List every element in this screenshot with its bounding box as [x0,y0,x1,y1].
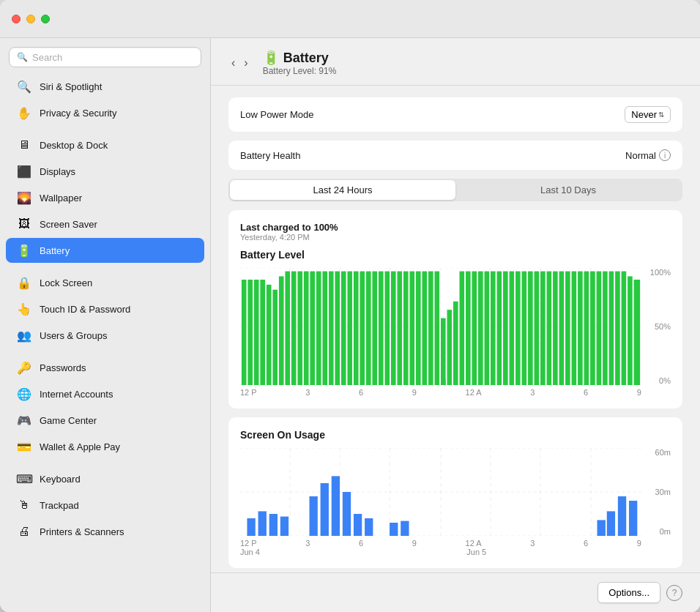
sidebar-item-label: Passwords [40,362,86,373]
svg-rect-22 [316,272,321,385]
sidebar-item-label: Trackpad [40,500,79,511]
main-scroll[interactable]: Low Power Mode Never ⇅ Battery Health No… [211,86,700,572]
nav-back-button[interactable]: ‹ [228,55,238,71]
maximize-button[interactable] [41,15,50,23]
time-range-segment[interactable]: Last 24 Hours Last 10 Days [228,179,682,201]
battery-health-value-group: Normal i [625,149,671,161]
svg-rect-11 [247,280,253,385]
sidebar-item-keyboard[interactable]: ⌨ Keyboard [6,466,204,491]
svg-rect-90 [321,483,329,536]
svg-rect-40 [428,272,433,385]
svg-rect-47 [472,272,477,385]
main-content: ‹ › 🔋 Battery Battery Level: 91% [211,38,700,612]
svg-rect-46 [466,272,471,385]
svg-rect-30 [366,272,371,385]
svg-rect-63 [572,272,577,385]
header-subtitle: Battery Level: 91% [263,66,337,76]
main-window: 🔍 Search 🔍 Siri & Spotlight ✋ Privacy & … [0,0,700,612]
search-box[interactable]: 🔍 Search [9,47,201,67]
sidebar-item-desktop-dock[interactable]: 🖥 Desktop & Dock [6,133,204,157]
lock-screen-icon: 🔒 [16,275,32,291]
battery-level-title: Battery Level [240,249,671,261]
search-icon: 🔍 [17,52,28,62]
sidebar-item-battery[interactable]: 🔋 Battery [6,238,204,263]
minimize-button[interactable] [26,15,35,23]
svg-rect-67 [597,272,602,385]
sidebar-item-label: Lock Screen [40,277,92,288]
battery-health-row: Battery Health Normal i [228,141,682,170]
sidebar-item-label: Game Center [40,415,97,426]
svg-rect-69 [609,272,614,385]
svg-rect-96 [401,521,409,536]
low-power-mode-select[interactable]: Never ⇅ [625,106,671,123]
svg-rect-100 [629,501,637,536]
sidebar-item-printers-scanners[interactable]: 🖨 Printers & Scanners [6,519,204,544]
svg-rect-12 [254,280,259,385]
segment-24h[interactable]: Last 24 Hours [230,180,455,200]
sidebar-item-users-groups[interactable]: 👥 Users & Groups [6,323,204,348]
chevron-updown-icon: ⇅ [658,111,664,119]
battery-health-label: Battery Health [240,150,300,161]
svg-rect-19 [297,272,302,385]
svg-rect-10 [242,280,247,385]
svg-rect-17 [285,272,290,385]
sidebar-item-displays[interactable]: ⬛ Displays [6,159,204,184]
svg-rect-55 [522,272,527,385]
nav-forward-button[interactable]: › [241,55,250,71]
game-center-icon: 🎮 [16,412,32,428]
sidebar-item-label: Screen Saver [40,219,97,230]
sidebar-item-label: Battery [40,245,70,256]
sidebar-item-trackpad[interactable]: 🖱 Trackpad [6,493,204,518]
close-button[interactable] [12,15,21,23]
sidebar-item-touch-id[interactable]: 👆 Touch ID & Password [6,296,204,321]
screen-x-labels: 12 P 3 6 9 12 A 3 6 9 [240,539,671,548]
sidebar-item-internet-accounts[interactable]: 🌐 Internet Accounts [6,381,204,406]
sidebar-item-privacy-security[interactable]: ✋ Privacy & Security [6,100,204,125]
svg-rect-52 [503,272,508,385]
traffic-lights [12,15,50,23]
svg-rect-93 [354,514,362,536]
screen-chart-container [240,448,671,536]
svg-rect-72 [628,276,633,385]
displays-icon: ⬛ [16,163,32,179]
battery-y-labels: 100% 50% 0% [645,268,671,385]
sidebar-item-label: Touch ID & Password [40,304,130,315]
svg-rect-35 [397,272,402,385]
svg-rect-86 [258,511,267,536]
sidebar: 🔍 Search 🔍 Siri & Spotlight ✋ Privacy & … [0,38,211,612]
svg-rect-13 [260,280,265,385]
title-bar [0,0,700,38]
svg-rect-15 [272,290,278,385]
svg-rect-70 [615,272,620,385]
svg-rect-62 [565,272,570,385]
segment-10d[interactable]: Last 10 Days [455,180,681,200]
bottom-bar: Options... ? [211,572,700,612]
screen-chart-area: 60m 30m 0m 12 P 3 6 9 12 A 3 6 9 [240,448,671,556]
svg-rect-32 [379,272,384,385]
sidebar-item-lock-screen[interactable]: 🔒 Lock Screen [6,270,204,295]
low-power-mode-row: Low Power Mode Never ⇅ [228,97,682,132]
svg-rect-60 [553,272,558,385]
sidebar-item-passwords[interactable]: 🔑 Passwords [6,355,204,380]
svg-rect-41 [434,272,439,385]
sidebar-item-label: Keyboard [40,474,81,485]
sidebar-item-wallpaper[interactable]: 🌄 Wallpaper [6,185,204,210]
nav-buttons: ‹ › [228,55,251,71]
sidebar-item-label: Users & Groups [40,330,107,341]
help-button[interactable]: ? [666,585,682,601]
sidebar-item-game-center[interactable]: 🎮 Game Center [6,408,204,433]
sidebar-item-wallet-pay[interactable]: 💳 Wallet & Apple Pay [6,434,204,459]
svg-rect-38 [416,272,421,385]
sidebar-item-screen-saver[interactable]: 🖼 Screen Saver [6,212,204,236]
screen-saver-icon: 🖼 [16,216,32,232]
sidebar-item-siri-spotlight[interactable]: 🔍 Siri & Spotlight [6,74,204,99]
users-groups-icon: 👥 [16,327,32,343]
battery-chart-svg [240,268,641,385]
options-button[interactable]: Options... [597,582,660,603]
svg-rect-59 [547,272,552,385]
siri-spotlight-icon: 🔍 [16,78,32,94]
info-icon[interactable]: i [659,149,671,161]
svg-rect-56 [528,272,533,385]
wallet-pay-icon: 💳 [16,439,32,455]
svg-rect-51 [497,272,502,385]
